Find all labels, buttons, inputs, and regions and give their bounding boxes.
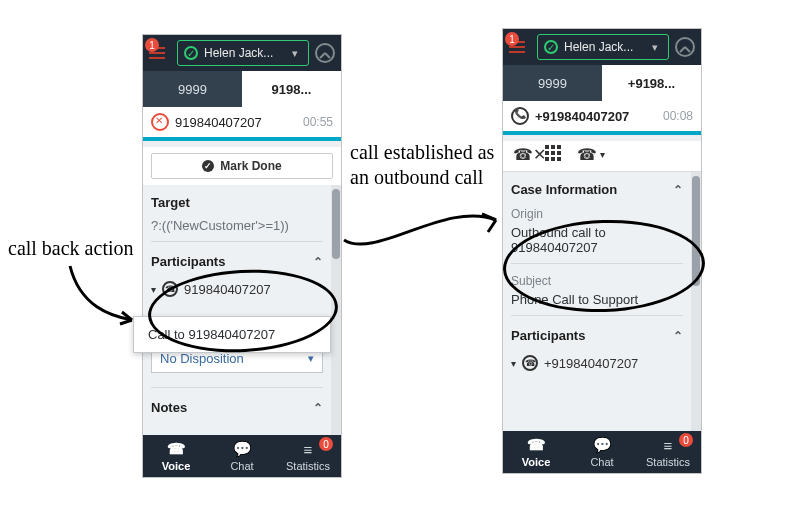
nav-stats-label: Statistics [646,456,690,468]
vertical-scrollbar[interactable] [691,172,701,431]
chevron-up-icon: ⌃ [313,401,323,415]
section-notes-label: Notes [151,400,187,415]
call-ended-icon [151,113,169,131]
mark-done-label: Mark Done [220,159,281,173]
support-icon[interactable] [315,43,335,63]
voice-icon: ☎ [527,436,546,454]
annotation-established-line1: call established as [350,141,494,163]
stats-icon: ≡ [664,437,673,454]
phone-icon [522,355,538,371]
origin-label: Origin [511,207,683,221]
top-bar: 1 Helen Jack... ▾ [143,35,341,71]
chevron-down-icon: ▾ [308,352,314,365]
call-header: 919840407207 00:55 [143,107,341,137]
expand-icon: ▾ [151,284,156,295]
voice-icon: ☎ [167,440,186,458]
nav-chat[interactable]: 💬 Chat [569,431,635,473]
chat-icon: 💬 [593,436,612,454]
menu-badge: 1 [505,32,519,46]
section-target-header[interactable]: Target [151,191,323,214]
vertical-scrollbar[interactable] [331,185,341,435]
subject-value: Phone Call to Support [511,292,683,307]
section-participants-header[interactable]: Participants ⌃ [151,250,323,273]
chat-icon: 💬 [233,440,252,458]
nav-voice-label: Voice [162,460,191,472]
section-participants-label: Participants [151,254,225,269]
annotation-established: call established as an outbound call [350,140,494,190]
nav-chat-label: Chat [590,456,613,468]
keypad-icon[interactable] [545,145,563,163]
menu-button[interactable]: 1 [509,36,531,58]
participant-number: 919840407207 [184,282,271,297]
agent-status[interactable]: Helen Jack... ▾ [537,34,669,60]
panel-body: Case Information ⌃ Origin Outbound call … [503,172,701,431]
agent-name: Helen Jack... [204,46,282,60]
nav-chat-label: Chat [230,460,253,472]
scroll-thumb[interactable] [332,189,340,259]
tab-call[interactable]: 9198... [242,71,341,107]
nav-voice-label: Voice [522,456,551,468]
participant-row[interactable]: ▾ 919840407207 [151,277,323,301]
annotation-callback: call back action [8,236,134,261]
participant-row[interactable]: ▾ +919840407207 [511,351,683,375]
section-notes-header[interactable]: Notes ⌃ [151,396,323,419]
interaction-tabs: 9999 +9198... [503,65,701,101]
stats-icon: ≡ [304,441,313,458]
nav-statistics[interactable]: ≡ Statistics 0 [275,435,341,477]
section-participants-header[interactable]: Participants ⌃ [511,324,683,347]
menu-button[interactable]: 1 [149,42,171,64]
callback-popup-text: Call to 919840407207 [148,327,275,342]
tab-9999[interactable]: 9999 [143,71,242,107]
menu-badge: 1 [145,38,159,52]
section-case-header[interactable]: Case Information ⌃ [511,178,683,201]
chevron-down-icon: ▾ [288,47,302,60]
stats-badge: 0 [679,433,693,447]
phone-icon [162,281,178,297]
target-value: ?:(('NewCustomer'>=1)) [151,218,323,233]
nav-voice[interactable]: ☎ Voice [143,435,209,477]
nav-voice[interactable]: ☎ Voice [503,431,569,473]
agent-status[interactable]: Helen Jack... ▾ [177,40,309,66]
status-ready-icon [544,40,558,54]
agent-name: Helen Jack... [564,40,642,54]
support-icon[interactable] [675,37,695,57]
top-bar: 1 Helen Jack... ▾ [503,29,701,65]
nav-stats-label: Statistics [286,460,330,472]
call-number: 919840407207 [175,115,297,130]
chevron-up-icon: ⌃ [313,255,323,269]
section-target-label: Target [151,195,190,210]
chevron-up-icon: ⌃ [673,329,683,343]
scroll-thumb[interactable] [692,176,700,286]
tab-call[interactable]: +9198... [602,65,701,101]
callback-popup[interactable]: Call to 919840407207 [133,316,331,353]
call-timer: 00:55 [303,115,333,129]
nav-chat[interactable]: 💬 Chat [209,435,275,477]
section-case-label: Case Information [511,182,617,197]
nav-statistics[interactable]: ≡ Statistics 0 [635,431,701,473]
stats-badge: 0 [319,437,333,451]
annotation-established-line2: an outbound call [350,166,483,188]
call-number: +919840407207 [535,109,657,124]
call-active-icon [511,107,529,125]
interaction-tabs: 9999 9198... [143,71,341,107]
transfer-icon[interactable]: ☎ [577,145,595,163]
check-icon [202,160,214,172]
agent-panel-left: 1 Helen Jack... ▾ 9999 9198... 919840407… [142,34,342,478]
subject-label: Subject [511,274,683,288]
hangup-icon[interactable]: ☎✕ [513,145,531,163]
agent-panel-right: 1 Helen Jack... ▾ 9999 +9198... +9198404… [502,28,702,474]
chevron-down-icon: ▾ [648,41,662,54]
call-header: +919840407207 00:08 [503,101,701,131]
participant-number: +919840407207 [544,356,638,371]
chevron-up-icon: ⌃ [673,183,683,197]
expand-icon: ▾ [511,358,516,369]
bottom-nav: ☎ Voice 💬 Chat ≡ Statistics 0 [143,435,341,477]
tab-9999[interactable]: 9999 [503,65,602,101]
call-controls: ☎✕ ☎ [503,141,701,172]
status-ready-icon [184,46,198,60]
mark-done-button[interactable]: Mark Done [151,153,333,179]
origin-value: Outbound call to 919840407207 [511,225,683,255]
call-timer: 00:08 [663,109,693,123]
panel-body: Target ?:(('NewCustomer'>=1)) Participan… [143,185,341,435]
section-participants-label: Participants [511,328,585,343]
